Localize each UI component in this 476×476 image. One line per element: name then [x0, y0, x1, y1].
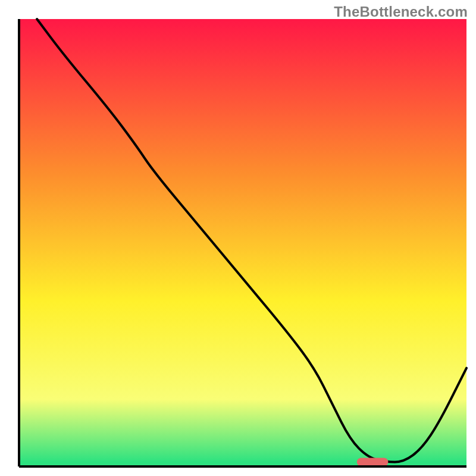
bottleneck-chart	[0, 0, 476, 476]
chart-container: TheBottleneck.com	[0, 0, 476, 476]
optimal-marker	[357, 458, 389, 466]
plot-area	[19, 19, 466, 466]
plot-background	[19, 19, 466, 466]
watermark-label: TheBottleneck.com	[334, 4, 468, 20]
